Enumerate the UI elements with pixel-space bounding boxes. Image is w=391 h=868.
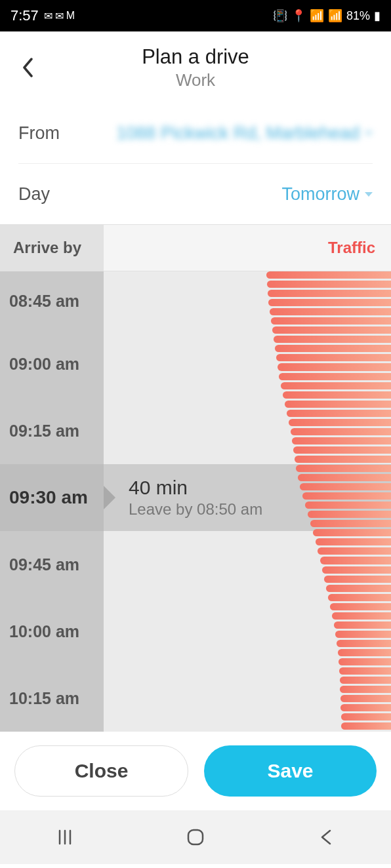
traffic-bar — [340, 677, 391, 684]
from-dropdown[interactable]: 1088 Pickwick Rd, Marblehead — [116, 123, 373, 144]
traffic-chart — [260, 271, 391, 732]
traffic-bar — [289, 419, 391, 426]
traffic-bar — [295, 456, 391, 463]
mail-icon: ✉ — [55, 10, 64, 22]
traffic-bar — [272, 326, 391, 334]
from-label: From — [18, 123, 60, 144]
day-dropdown[interactable]: Tomorrow — [281, 184, 373, 205]
traffic-bar — [334, 621, 391, 629]
traffic-bar — [285, 401, 391, 408]
traffic-bar — [340, 686, 391, 693]
selected-pointer-icon — [104, 486, 115, 509]
status-bar: 7:57 ✉ ✉ M 📳 📍 📶 📶 81% ▮ — [0, 0, 391, 31]
traffic-bar — [270, 308, 391, 315]
traffic-bar — [276, 354, 391, 361]
vibrate-icon: 📳 — [273, 9, 287, 23]
traffic-bar — [339, 658, 391, 665]
traffic-bar — [324, 576, 391, 583]
time-label: 09:15 am — [0, 422, 104, 441]
day-row: Day Tomorrow — [18, 164, 373, 224]
traffic-bar — [291, 428, 391, 435]
traffic-bar — [266, 271, 391, 279]
action-bar: Close Save — [0, 732, 391, 810]
traffic-bar — [283, 391, 391, 399]
traffic-bar — [338, 649, 391, 656]
traffic-bar — [340, 704, 391, 711]
android-nav-bar — [0, 810, 391, 864]
message-icon: ✉ — [44, 10, 52, 22]
traffic-bar — [337, 640, 391, 647]
location-icon: 📍 — [291, 9, 306, 23]
back-icon — [22, 58, 33, 77]
day-value: Tomorrow — [281, 184, 360, 205]
close-button[interactable]: Close — [14, 745, 188, 797]
traffic-bar — [305, 502, 391, 509]
status-left: 7:57 ✉ ✉ M — [10, 7, 75, 24]
traffic-bar — [310, 520, 391, 527]
traffic-bar — [328, 594, 391, 601]
notification-icons: ✉ ✉ M — [44, 10, 75, 22]
traffic-bar — [335, 631, 391, 638]
traffic-bar — [296, 465, 391, 472]
chevron-down-icon — [365, 131, 373, 136]
gmail-icon: M — [66, 10, 75, 22]
traffic-bar — [341, 722, 391, 730]
header: Plan a drive Work — [0, 31, 391, 104]
traffic-bar — [340, 695, 391, 702]
time-label: 09:45 am — [0, 555, 104, 574]
home-button[interactable] — [182, 824, 209, 850]
traffic-bar — [281, 382, 391, 389]
save-button[interactable]: Save — [204, 745, 377, 797]
traffic-bar — [298, 474, 391, 481]
traffic-bar — [278, 363, 391, 370]
traffic-bar — [274, 336, 391, 343]
svg-rect-0 — [188, 830, 203, 844]
traffic-bar — [268, 299, 391, 306]
traffic-bar — [322, 566, 391, 574]
status-right: 📳 📍 📶 📶 81% ▮ — [273, 9, 381, 23]
arrive-by-header: Arrive by — [0, 225, 104, 271]
traffic-bar — [330, 603, 391, 610]
header-titles: Plan a drive Work — [142, 45, 249, 90]
duration-text: 40 min — [129, 477, 262, 499]
battery-percent: 81% — [346, 9, 370, 23]
status-time: 7:57 — [10, 7, 39, 24]
back-nav-icon — [318, 828, 334, 846]
home-icon — [186, 827, 205, 847]
traffic-bar — [271, 317, 391, 325]
traffic-bar — [320, 557, 391, 564]
time-label: 08:45 am — [0, 292, 104, 311]
traffic-bar — [318, 547, 391, 555]
from-row: From 1088 Pickwick Rd, Marblehead — [18, 104, 373, 164]
traffic-bar — [341, 713, 391, 720]
chevron-down-icon — [365, 192, 373, 197]
time-list[interactable]: 08:45 am 09:00 am 09:15 am 09:30 am 40 m… — [0, 271, 391, 732]
from-value: 1088 Pickwick Rd, Marblehead — [116, 123, 360, 144]
time-label: 09:30 am — [0, 487, 104, 508]
traffic-bar — [293, 446, 391, 454]
day-label: Day — [18, 184, 50, 205]
recents-icon — [56, 828, 74, 846]
wifi-icon: 📶 — [310, 9, 324, 23]
recents-button[interactable] — [52, 824, 78, 850]
signal-icon: 📶 — [328, 9, 342, 23]
traffic-bar — [287, 410, 391, 417]
page-subtitle: Work — [142, 70, 249, 90]
time-label: 09:00 am — [0, 355, 104, 374]
traffic-bar — [275, 345, 391, 352]
time-label: 10:15 am — [0, 689, 104, 708]
traffic-bar — [279, 373, 391, 380]
traffic-bar — [332, 612, 391, 620]
traffic-bar — [308, 511, 391, 518]
form-section: From 1088 Pickwick Rd, Marblehead Day To… — [0, 104, 391, 224]
page-title: Plan a drive — [142, 45, 249, 69]
time-list-header: Arrive by Traffic — [0, 224, 391, 271]
traffic-bar — [326, 585, 391, 592]
back-nav-button[interactable] — [313, 824, 339, 850]
battery-icon: ▮ — [374, 9, 381, 23]
time-details: 40 min Leave by 08:50 am — [104, 477, 262, 519]
traffic-bar — [267, 281, 391, 288]
traffic-bar — [313, 529, 391, 536]
back-button[interactable] — [13, 53, 42, 82]
traffic-bar — [339, 667, 391, 675]
